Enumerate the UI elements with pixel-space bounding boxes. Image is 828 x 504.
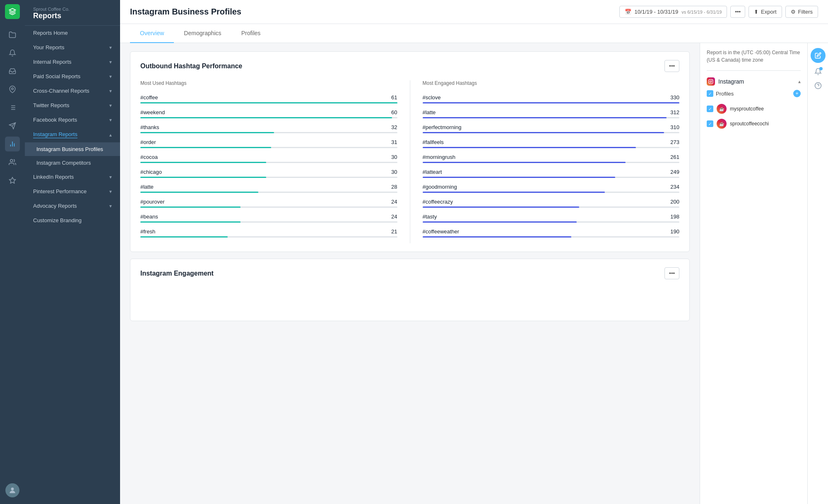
sidebar-item-linkedin[interactable]: LinkedIn Reports ▾ <box>25 170 120 184</box>
tabs-bar: Overview Demographics Profiles <box>120 24 828 43</box>
hashtag-bar-fill <box>423 117 667 118</box>
hashtag-count: 234 <box>670 184 679 190</box>
top-bar: Instagram Business Profiles 📅 10/1/19 - … <box>120 0 828 24</box>
hashtag-count: 24 <box>391 199 397 205</box>
sidebar-item-label: Your Reports <box>33 44 64 50</box>
nav-icon-pin[interactable] <box>5 82 20 97</box>
sidebar-item-pinterest[interactable]: Pinterest Performance ▾ <box>25 184 120 199</box>
svg-point-14 <box>11 487 14 490</box>
instagram-collapse-icon[interactable]: ▴ <box>798 79 801 84</box>
hashtag-bar-fill <box>423 147 636 148</box>
hashtag-bar-fill <box>140 102 397 103</box>
sidebar-sub-item-instagram-competitors[interactable]: Instagram Competitors <box>25 156 120 170</box>
nav-icon-inbox[interactable] <box>5 64 20 79</box>
profile-avatar: ☕ <box>717 104 727 114</box>
hashtag-tag: #beans <box>140 214 158 220</box>
hashtag-row: #latteart 249 <box>423 169 680 178</box>
profile-checkbox[interactable]: ✓ <box>707 120 713 127</box>
sidebar-item-label: Reports Home <box>33 30 68 36</box>
sidebar-item-twitter[interactable]: Twitter Reports ▾ <box>25 98 120 113</box>
hashtag-bar-track <box>423 162 680 163</box>
filters-label: Filters <box>798 9 813 15</box>
hashtag-row: #weekend 60 <box>140 109 397 118</box>
hashtag-row: #perfectmorning 310 <box>423 124 680 133</box>
sidebar-item-label: Pinterest Performance <box>33 188 87 194</box>
hashtag-count: 21 <box>391 228 397 235</box>
sidebar: Sprout Coffee Co. Reports Reports Home Y… <box>25 0 120 504</box>
hashtag-bar-fill <box>423 162 626 163</box>
engagement-card-title: Instagram Engagement <box>140 270 214 277</box>
company-name: Sprout Coffee Co. <box>33 7 112 12</box>
more-options-button[interactable]: ••• <box>730 6 745 18</box>
add-profile-button[interactable]: + <box>793 90 801 97</box>
chevron-down-icon: ▾ <box>109 45 112 50</box>
sidebar-item-facebook[interactable]: Facebook Reports ▾ <box>25 113 120 127</box>
app-logo[interactable] <box>5 4 20 19</box>
hashtag-tag: #latteart <box>423 169 442 175</box>
hashtag-count: 200 <box>670 199 679 205</box>
sidebar-item-reports-home[interactable]: Reports Home <box>25 26 120 40</box>
nav-icon-folder[interactable] <box>5 27 20 42</box>
sidebar-item-label: Advocacy Reports <box>33 203 77 209</box>
most-used-header: Most Used Hashtags <box>140 80 397 89</box>
most-engaged-header: Most Engaged Hashtags <box>423 80 680 89</box>
help-icon[interactable] <box>814 82 822 91</box>
profiles-checkbox[interactable]: ✓ <box>707 90 713 97</box>
hashtag-card-more-button[interactable]: ••• <box>664 60 679 72</box>
nav-icon-list[interactable] <box>5 100 20 115</box>
profile-name: sproutcoffeecochi <box>730 121 769 127</box>
nav-icon-star[interactable] <box>5 173 20 188</box>
hashtag-tag: #morningrush <box>423 154 456 160</box>
tab-overview[interactable]: Overview <box>130 24 174 43</box>
nav-icon-bell[interactable] <box>5 46 20 60</box>
instagram-icon <box>707 77 715 86</box>
notification-icon[interactable] <box>814 68 822 77</box>
hashtag-tag: #latte <box>423 109 436 115</box>
profile-checkbox[interactable]: ✓ <box>707 106 713 112</box>
sidebar-header: Sprout Coffee Co. Reports <box>25 0 120 26</box>
hashtag-count: 190 <box>670 228 679 235</box>
hashtag-tag: #coffee <box>140 94 158 101</box>
export-icon: ⬆ <box>754 9 758 15</box>
export-button[interactable]: ⬆ Export <box>749 6 782 18</box>
hashtag-card: Outbound Hashtag Performance ••• Most Us… <box>130 51 690 252</box>
nav-icon-send[interactable] <box>5 118 20 133</box>
page-title: Instagram Business Profiles <box>130 7 241 17</box>
hashtag-row: #beans 24 <box>140 214 397 223</box>
filters-icon: ⚙ <box>791 9 796 15</box>
hashtag-bar-track <box>423 177 680 178</box>
hashtag-bar-track <box>423 221 680 223</box>
nav-icon-analytics[interactable] <box>5 137 20 151</box>
calendar-icon: 📅 <box>625 9 631 15</box>
sidebar-item-internal-reports[interactable]: Internal Reports ▾ <box>25 55 120 69</box>
sidebar-sub-item-instagram-business[interactable]: Instagram Business Profiles <box>25 142 120 156</box>
content-area: Outbound Hashtag Performance ••• Most Us… <box>120 43 828 504</box>
sidebar-item-cross-channel[interactable]: Cross-Channel Reports ▾ <box>25 84 120 98</box>
hashtag-bar-track <box>140 102 397 103</box>
far-right-bar <box>807 43 828 504</box>
tab-demographics[interactable]: Demographics <box>174 24 231 43</box>
profile-list: ✓ ☕ mysproutcoffee ✓ ☕ sproutcoffeecochi <box>707 101 801 131</box>
engagement-card-more-button[interactable]: ••• <box>664 267 679 279</box>
profile-item: ✓ ☕ mysproutcoffee <box>707 101 801 116</box>
date-range-button[interactable]: 📅 10/1/19 - 10/31/19 vs 6/15/19 - 6/31/1… <box>619 6 727 18</box>
user-avatar-icon[interactable] <box>5 483 19 497</box>
sidebar-item-paid-social[interactable]: Paid Social Reports ▾ <box>25 69 120 84</box>
profile-avatar: ☕ <box>717 119 727 129</box>
right-panel: Report is in the (UTC -05:00) Central Ti… <box>700 43 807 504</box>
main-content: Instagram Business Profiles 📅 10/1/19 - … <box>120 0 828 504</box>
tab-profiles[interactable]: Profiles <box>231 24 271 43</box>
hashtag-bar-track <box>423 117 680 118</box>
filters-button[interactable]: ⚙ Filters <box>785 6 818 18</box>
sidebar-item-label: Cross-Channel Reports <box>33 88 89 94</box>
engagement-card: Instagram Engagement ••• <box>130 259 690 321</box>
compose-button[interactable] <box>811 48 826 63</box>
sidebar-item-branding[interactable]: Customize Branding <box>25 213 120 228</box>
sidebar-item-your-reports[interactable]: Your Reports ▾ <box>25 40 120 55</box>
sidebar-item-instagram[interactable]: Instagram Reports ▴ <box>25 127 120 142</box>
sidebar-title: Reports <box>33 12 112 20</box>
hashtag-count: 32 <box>391 124 397 130</box>
nav-icon-people[interactable] <box>5 155 20 170</box>
sidebar-item-advocacy[interactable]: Advocacy Reports ▾ <box>25 199 120 213</box>
hashtag-row: #fallfeels 273 <box>423 139 680 148</box>
